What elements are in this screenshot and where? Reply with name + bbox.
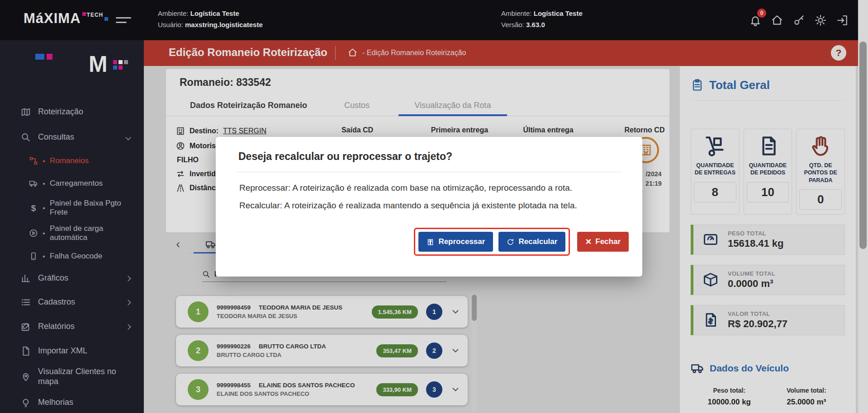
window-scrollbar-thumb[interactable] xyxy=(859,42,867,249)
recalcular-button[interactable]: Recalcular xyxy=(498,232,565,252)
reprocessar-label: Reprocessar xyxy=(438,237,485,246)
refresh-icon xyxy=(507,238,514,246)
close-icon: × xyxy=(585,237,591,247)
app-screen: MáXIMATECH Ambiente: Logística Teste Usu… xyxy=(0,0,868,413)
confirm-dialog: Deseja recalcular ou reprocessar o traje… xyxy=(216,137,642,277)
book-icon xyxy=(427,238,434,246)
fechar-label: Fechar xyxy=(595,237,621,246)
window-scrollbar[interactable] xyxy=(858,0,868,413)
dialog-buttons: Reprocessar Recalcular × Fechar xyxy=(216,228,642,256)
dialog-text-recalcular: Recalcular: A roteirização é realizada m… xyxy=(239,201,617,211)
highlight-outline: Reprocessar Recalcular xyxy=(414,228,570,256)
recalcular-label: Recalcular xyxy=(518,237,557,246)
dialog-divider xyxy=(236,172,622,172)
fechar-button[interactable]: × Fechar xyxy=(577,232,629,252)
reprocessar-button[interactable]: Reprocessar xyxy=(418,232,493,252)
dialog-title: Deseja recalcular ou reprocessar o traje… xyxy=(216,137,642,163)
dialog-text-reprocessar: Reprocessar: A roteirização é realizada … xyxy=(239,183,617,193)
